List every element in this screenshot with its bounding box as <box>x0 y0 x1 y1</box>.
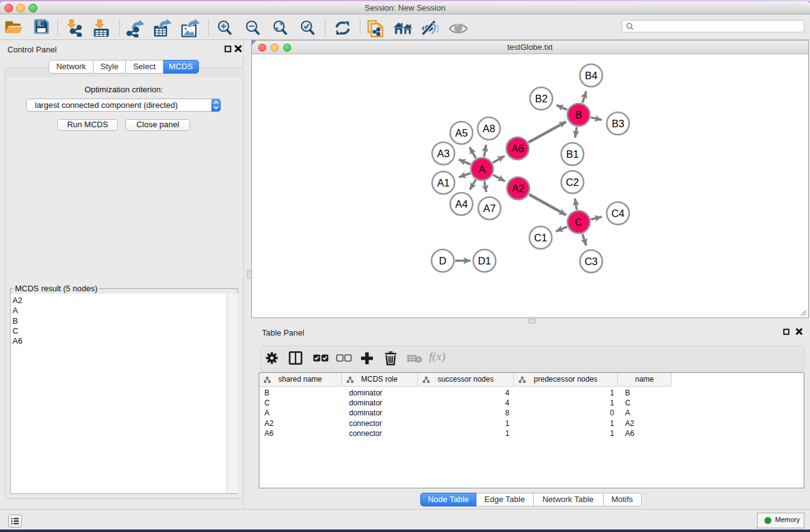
svg-text:D: D <box>439 255 446 266</box>
svg-text:C3: C3 <box>584 256 597 267</box>
svg-text:C: C <box>575 216 582 228</box>
svg-text:A4: A4 <box>455 198 468 210</box>
svg-text:A2: A2 <box>512 183 524 194</box>
svg-text:C4: C4 <box>611 208 624 219</box>
svg-text:B1: B1 <box>566 148 579 160</box>
svg-text:C1: C1 <box>534 232 547 243</box>
svg-text:B: B <box>575 109 582 120</box>
svg-text:A1: A1 <box>437 177 450 188</box>
svg-text:B4: B4 <box>585 70 597 81</box>
svg-text:A: A <box>478 163 485 175</box>
svg-text:A5: A5 <box>455 127 468 138</box>
svg-text:C2: C2 <box>566 177 579 188</box>
svg-text:B2: B2 <box>535 93 547 104</box>
svg-text:A7: A7 <box>483 203 496 214</box>
svg-text:A8: A8 <box>483 123 495 134</box>
svg-text:A3: A3 <box>437 148 450 159</box>
svg-text:D1: D1 <box>478 255 491 266</box>
svg-text:A6: A6 <box>511 143 524 154</box>
svg-text:B3: B3 <box>612 118 624 129</box>
